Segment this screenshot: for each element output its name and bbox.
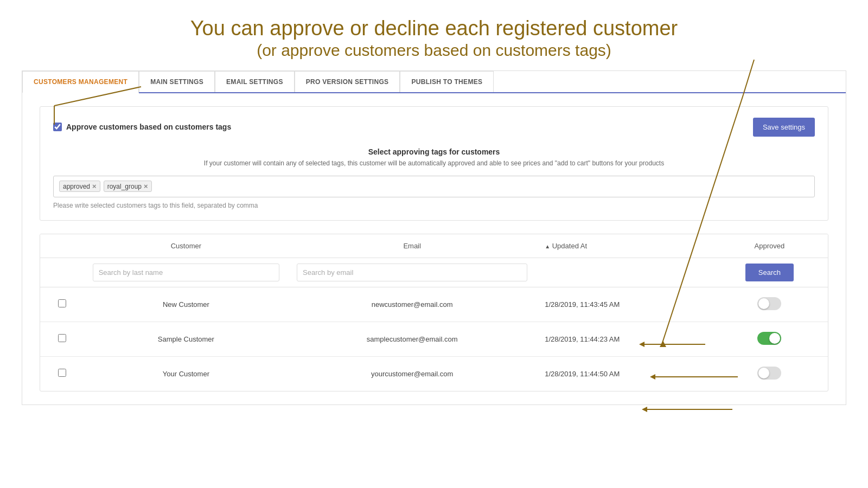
row3-checkbox[interactable]: [58, 369, 66, 377]
row1-updated-at: 1/28/2019, 11:43:45 AM: [536, 287, 711, 322]
col-header-customer: Customer: [84, 234, 288, 258]
col-header-checkbox: [40, 234, 84, 258]
table-row: Sample Customer samplecustomer@email.com…: [40, 322, 828, 356]
search-checkbox-cell: [40, 258, 84, 287]
approve-checkbox-row: Approve customers based on customers tag…: [53, 123, 231, 131]
tab-publish-to-themes[interactable]: PUBLISH TO THEMES: [400, 71, 494, 92]
row1-toggle[interactable]: [757, 297, 781, 310]
col-header-approved: Approved: [711, 234, 828, 258]
search-email-cell: [288, 258, 536, 287]
row2-customer: Sample Customer: [84, 322, 288, 356]
tags-description: If your customer will contain any of sel…: [53, 159, 815, 167]
row1-approved-cell: [711, 287, 828, 322]
search-lastname-cell: [84, 258, 288, 287]
approve-section: Approve customers based on customers tag…: [40, 106, 828, 221]
svg-marker-10: [642, 407, 647, 412]
row3-email: yourcustomer@email.com: [288, 356, 536, 391]
tab-main-settings[interactable]: MAIN SETTINGS: [139, 71, 215, 92]
content-area: Approve customers based on customers tag…: [22, 93, 846, 404]
row1-checkbox[interactable]: [58, 299, 66, 307]
approve-checkbox[interactable]: [53, 123, 62, 131]
table-row: Your Customer yourcustomer@email.com 1/2…: [40, 356, 828, 391]
tags-title: Select approving tags for customers: [53, 147, 815, 156]
save-settings-button[interactable]: Save settings: [753, 118, 815, 137]
tab-email-settings[interactable]: EMAIL SETTINGS: [215, 71, 295, 92]
row3-checkbox-cell: [40, 356, 84, 391]
search-button[interactable]: Search: [745, 264, 794, 281]
tag-approved-remove[interactable]: ×: [92, 182, 97, 190]
row2-email: samplecustomer@email.com: [288, 322, 536, 356]
table: Customer Email ▲ Updated At Approved: [40, 234, 828, 391]
search-email-input[interactable]: [297, 264, 527, 281]
tags-input-container[interactable]: approved × royal_group ×: [53, 176, 815, 197]
tag-royal-group-remove[interactable]: ×: [144, 182, 148, 190]
row2-approved-cell: [711, 322, 828, 356]
tag-royal-group: royal_group ×: [104, 181, 152, 192]
customers-table: Customer Email ▲ Updated At Approved: [40, 234, 828, 391]
table-header-row: Customer Email ▲ Updated At Approved: [40, 234, 828, 258]
row2-toggle[interactable]: [757, 332, 781, 345]
main-panel: CUSTOMERS MANAGEMENT MAIN SETTINGS EMAIL…: [22, 70, 846, 405]
row3-approved-cell: [711, 356, 828, 391]
tab-customers-management[interactable]: CUSTOMERS MANAGEMENT: [22, 71, 139, 93]
search-row: Search: [40, 258, 828, 287]
tag-approved: approved ×: [59, 181, 100, 192]
row1-customer: New Customer: [84, 287, 288, 322]
row2-updated-at: 1/28/2019, 11:44:23 AM: [536, 322, 711, 356]
tabs-bar: CUSTOMERS MANAGEMENT MAIN SETTINGS EMAIL…: [22, 71, 846, 93]
search-button-cell: Search: [711, 258, 828, 287]
tags-section: Select approving tags for customers If y…: [53, 147, 815, 167]
row1-email: newcustomer@email.com: [288, 287, 536, 322]
tags-hint: Please write selected customers tags to …: [53, 202, 815, 209]
col-header-email: Email: [288, 234, 536, 258]
table-row: New Customer newcustomer@email.com 1/28/…: [40, 287, 828, 322]
row2-checkbox-cell: [40, 322, 84, 356]
tab-pro-version-settings[interactable]: PRO VERSION SETTINGS: [295, 71, 400, 92]
sort-arrow-up: ▲: [545, 243, 550, 249]
search-lastname-input[interactable]: [93, 264, 279, 281]
header-section: You can approve or decline each register…: [0, 0, 868, 70]
col-header-updated-at[interactable]: ▲ Updated At: [536, 234, 711, 258]
approve-label: Approve customers based on customers tag…: [66, 123, 231, 131]
approve-header: Approve customers based on customers tag…: [53, 118, 815, 137]
row3-updated-at: 1/28/2019, 11:44:50 AM: [536, 356, 711, 391]
row2-checkbox[interactable]: [58, 334, 66, 342]
header-title-line2: (or approve customers based on customers…: [54, 41, 814, 60]
search-updated-cell: [536, 258, 711, 287]
header-title-line1: You can approve or decline each register…: [54, 16, 814, 41]
row3-toggle[interactable]: [757, 367, 781, 380]
row1-checkbox-cell: [40, 287, 84, 322]
row3-customer: Your Customer: [84, 356, 288, 391]
